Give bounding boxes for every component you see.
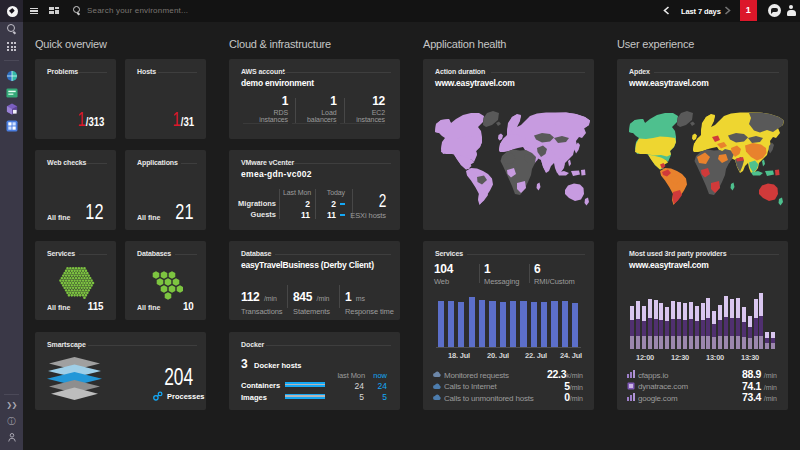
sidebar-nav: ❯❯ ⓘ	[0, 22, 23, 450]
sidebar-expand-icon[interactable]: ❯❯	[0, 401, 23, 409]
user-menu-icon[interactable]	[786, 5, 796, 17]
db-metric-response-time: 1 ms Response time	[345, 287, 394, 316]
timeframe-prev-icon[interactable]	[663, 6, 670, 15]
stacked-bar-segment	[742, 307, 746, 323]
tile-title: Web checks	[47, 159, 86, 166]
axis-tick: 24. Jul	[560, 351, 582, 360]
vmware-row-label: Migrations	[238, 199, 276, 208]
tile-services-chart[interactable]: Services 104 Web 1 Messaging 6 RMI/Custo…	[423, 241, 594, 410]
map-region-uk	[692, 134, 697, 141]
stacked-bar-segment	[654, 300, 658, 319]
stacked-bar-segment	[671, 319, 675, 336]
dynatrace-logo-button[interactable]	[0, 0, 23, 22]
chat-icon[interactable]	[768, 4, 781, 17]
databases-hexagon-cluster	[149, 271, 183, 302]
stacked-bar-segment	[677, 336, 681, 350]
legend-label: Calls to Internet	[444, 382, 497, 391]
bar	[551, 301, 557, 347]
legend-value: 74.1	[742, 380, 761, 392]
sidebar-user-icon[interactable]	[8, 433, 16, 442]
tile-title: Databases	[137, 250, 171, 257]
bar	[438, 301, 444, 347]
stacked-bar-segment	[759, 316, 763, 336]
metric-underline	[340, 123, 385, 124]
tile-services[interactable]: Services All fine 115	[35, 241, 116, 320]
tile-third-party-providers[interactable]: Most used 3rd party providers www.easytr…	[617, 241, 788, 410]
tile-apdex[interactable]: Apdex www.easytravel.com	[617, 59, 788, 230]
bar	[479, 300, 485, 347]
sidebar-dashboards-icon[interactable]	[6, 120, 18, 132]
tile-web-checks[interactable]: Web checks All fine 12	[35, 150, 116, 230]
map-region-us	[635, 137, 676, 157]
stacked-bar-segment	[695, 321, 699, 336]
divider	[315, 189, 316, 219]
dashboard-icon[interactable]	[49, 7, 59, 14]
docker-images-bar	[285, 394, 325, 399]
stacked-bar-segment	[654, 319, 658, 336]
bar	[469, 297, 475, 347]
bar	[562, 301, 568, 347]
problems-badge[interactable]: 1	[740, 0, 757, 21]
legend-row-cfapps[interactable]: cfapps.io 88.9 /min	[627, 369, 777, 380]
tile-title: Most used 3rd party providers	[629, 250, 726, 257]
search-input[interactable]: Search your environment...	[87, 6, 188, 15]
map-region-argentina-patch	[479, 190, 489, 204]
tile-hosts[interactable]: Hosts 1/31	[125, 59, 206, 139]
tile-applications[interactable]: Applications All fine 21	[125, 150, 206, 230]
axis-tick: 20. Jul	[487, 351, 509, 360]
metric-unit: /min	[264, 295, 277, 302]
title-line	[181, 163, 197, 164]
stacked-bar-segment	[730, 299, 734, 318]
stacked-bar-segment	[636, 301, 640, 319]
stacked-bar-segment	[630, 320, 634, 336]
tile-smartscape[interactable]: Smartscape 204 Processes	[35, 332, 206, 410]
provider-chart-icon	[627, 393, 635, 401]
sidebar-help-icon[interactable]: ⓘ	[0, 416, 23, 428]
tile-aws-account[interactable]: AWS account demo environment 1 RDS insta…	[229, 59, 400, 139]
legend-unit: k/min	[566, 372, 583, 379]
sidebar-smartscape-icon[interactable]	[6, 70, 18, 82]
title-line	[175, 254, 197, 255]
metric-underline	[292, 123, 337, 124]
bar	[448, 301, 454, 347]
tile-problems[interactable]: Problems 1/313	[35, 59, 116, 139]
legend-row-calls-unmonitored[interactable]: Calls to unmonitored hosts 0/min	[433, 392, 583, 403]
legend-row-calls-internet[interactable]: Calls to Internet 5/min	[433, 381, 583, 392]
tile-title: Hosts	[137, 68, 156, 75]
title-line	[87, 163, 107, 164]
map-region-nz	[585, 198, 590, 206]
esxi-hosts-count: 2	[378, 192, 386, 211]
metric-label: Response time	[345, 307, 394, 316]
sidebar-divider	[4, 394, 19, 395]
stacked-bar-segment	[759, 336, 763, 350]
tile-database[interactable]: Database easyTravelBusiness (Derby Clien…	[229, 241, 400, 320]
metric-value: 6	[534, 264, 575, 274]
sidebar-services-icon[interactable]	[6, 103, 18, 115]
tile-title: VMware vCenter	[241, 159, 294, 166]
sidebar-hosts-icon[interactable]	[6, 87, 18, 99]
tile-vmware-vcenter[interactable]: VMware vCenter emea-gdn-vc002 Last Mon T…	[229, 150, 400, 230]
stacked-bar-segment	[754, 318, 758, 336]
sidebar-search-icon[interactable]	[7, 24, 16, 33]
legend-row-google[interactable]: google.com 73.4 /min	[627, 392, 777, 403]
legend-row-monitored-requests[interactable]: Monitored requests 22.3k/min	[433, 369, 583, 380]
services-bar-chart	[436, 296, 581, 347]
search-icon[interactable]	[73, 6, 81, 14]
stacked-bar-segment	[712, 324, 716, 336]
vcenter-name: emea-gdn-vc002	[241, 169, 312, 179]
tile-docker[interactable]: Docker 3 Docker hosts last Mon now Conta…	[229, 332, 400, 410]
hamburger-menu-icon[interactable]	[30, 8, 38, 15]
title-line	[294, 163, 391, 164]
tile-action-duration[interactable]: Action duration www.easytravel.com	[423, 59, 594, 230]
legend-row-dynatrace[interactable]: dynatrace.com 74.1 /min	[627, 381, 777, 392]
tile-databases[interactable]: Databases All fine 10	[125, 241, 206, 320]
stacked-bar-segment	[630, 336, 634, 350]
aws-metric-rds: 1 RDS instances	[259, 96, 288, 123]
problems-open-count: 1	[77, 108, 85, 130]
stacked-bar-segment	[765, 332, 769, 337]
timeframe-next-icon[interactable]	[724, 6, 731, 15]
metric-label: RMI/Custom	[534, 277, 575, 286]
map-region-uk	[498, 134, 503, 141]
timeframe-selector[interactable]: Last 7 days	[681, 7, 721, 16]
sidebar-apps-grid-icon[interactable]	[7, 42, 17, 52]
